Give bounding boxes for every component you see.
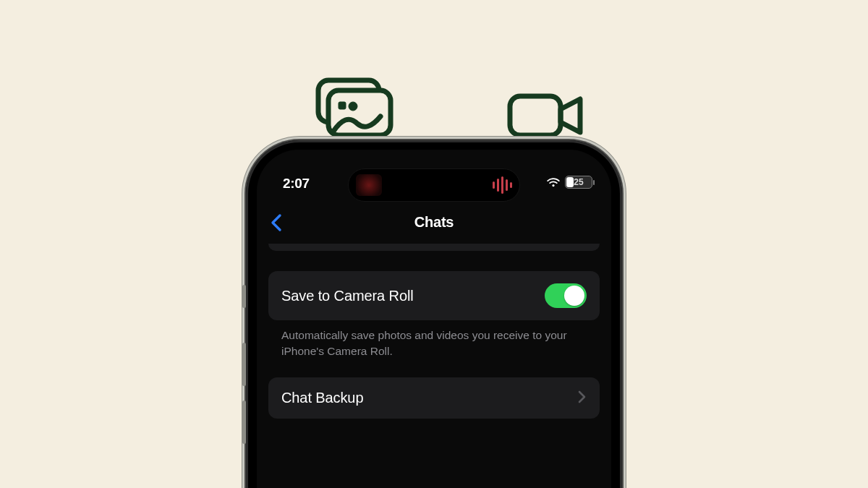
svg-point-2 (349, 102, 357, 111)
chat-backup-cell[interactable]: Chat Backup (268, 377, 600, 419)
cell-label: Save to Camera Roll (281, 288, 414, 304)
mute-switch (242, 285, 246, 308)
save-to-camera-roll-cell[interactable]: Save to Camera Roll (268, 271, 600, 320)
waveform-icon (493, 176, 512, 194)
back-button[interactable] (267, 213, 287, 233)
battery-icon: 25 (565, 176, 592, 189)
dynamic-island[interactable] (348, 168, 520, 202)
recording-app-icon (356, 174, 382, 196)
screen: 2:07 (257, 150, 611, 488)
volume-down-button (242, 401, 246, 444)
video-camera-icon (506, 90, 586, 141)
photos-stack-icon (311, 76, 398, 141)
volume-up-button (242, 343, 246, 386)
wifi-icon (546, 177, 561, 188)
section-footer-text: Automatically save photos and videos you… (268, 320, 600, 377)
save-to-camera-toggle[interactable] (545, 283, 587, 308)
status-time: 2:07 (283, 176, 310, 192)
nav-title: Chats (414, 214, 454, 231)
toggle-knob (564, 286, 584, 306)
cell-label: Chat Backup (281, 390, 363, 406)
status-bar: 2:07 (257, 166, 611, 197)
illustration-canvas: 2:07 (0, 0, 868, 488)
settings-content: Save to Camera Roll Automatically save p… (257, 244, 611, 419)
svg-rect-4 (510, 96, 561, 135)
prev-section-stub (268, 244, 600, 251)
nav-bar: Chats (257, 206, 611, 238)
battery-percent: 25 (566, 177, 592, 187)
chevron-right-icon (578, 390, 587, 406)
iphone-device-frame: 2:07 (246, 140, 622, 488)
svg-rect-3 (339, 102, 346, 109)
